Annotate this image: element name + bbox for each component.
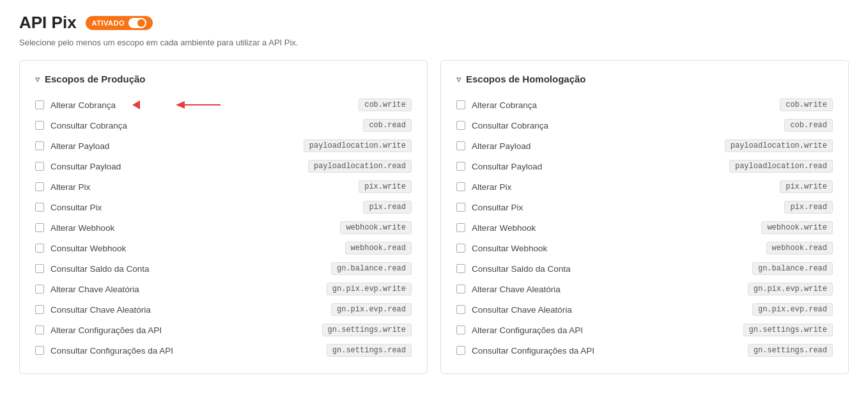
scope-left: Consultar Payload [35,162,308,171]
scope-tag: cob.read [784,119,833,132]
homologation-panel-title: Escopos de Homologação [466,74,586,84]
scope-tag: payloadlocation.read [308,160,412,173]
scope-label: Consultar Webhook [50,244,126,253]
scope-left: Alterar Chave Aleatória [456,285,748,294]
scope-checkbox[interactable] [35,162,44,171]
scope-tag: webhook.read [766,242,833,254]
scope-label: Consultar Cobrança [472,121,548,130]
scope-label: Alterar Pix [472,182,511,192]
scope-checkbox[interactable] [456,100,465,109]
scope-tag: gn.pix.evp.write [748,283,833,295]
production-panel-title: Escopos de Produção [45,74,146,84]
scope-tag: gn.settings.write [743,324,833,336]
scope-checkbox[interactable] [456,305,465,314]
scope-label: Consultar Cobrança [50,121,127,130]
scope-label: Consultar Chave Aleatória [472,305,572,315]
scope-left: Consultar Webhook [456,244,766,253]
scope-left: Alterar Payload [456,141,725,151]
scope-left: Alterar Webhook [456,223,761,233]
scope-label: Consultar Webhook [472,244,547,253]
panels-container: ▿ Escopos de Produção Alterar Cobrançaco… [19,60,849,374]
scope-checkbox[interactable] [35,223,44,232]
scope-tag: payloadlocation.write [725,139,833,152]
scope-left: Consultar Cobrança [456,121,784,130]
badge-label: ATIVADO [92,19,125,27]
scope-checkbox[interactable] [456,182,465,191]
scope-row: Consultar Webhookwebhook.read [456,238,833,258]
scope-checkbox[interactable] [35,325,44,334]
scope-label: Alterar Configurações da API [472,325,583,335]
scope-checkbox[interactable] [35,346,44,355]
scope-checkbox[interactable] [456,121,465,130]
scope-label: Consultar Pix [472,203,523,212]
scope-checkbox[interactable] [456,223,465,232]
scope-left: Consultar Webhook [35,244,345,253]
scope-left: Consultar Configurações da API [35,346,327,356]
scope-row: Consultar Payloadpayloadlocation.read [456,156,833,176]
scope-row: Consultar Saldo da Contagn.balance.read [35,258,412,279]
scope-tag: gn.pix.evp.write [327,283,412,295]
scope-left: Alterar Pix [35,182,359,192]
scope-label: Alterar Chave Aleatória [50,285,139,294]
scope-label: Alterar Pix [50,182,90,192]
scope-tag: gn.settings.read [748,344,833,357]
scope-row: Alterar Configurações da APIgn.settings.… [35,320,412,340]
scope-row: Consultar Payloadpayloadlocation.read [35,156,412,176]
scope-checkbox[interactable] [456,346,465,355]
scope-left: Consultar Cobrança [35,121,363,130]
scope-tag: gn.settings.read [327,344,412,357]
page-title: API Pix [19,13,77,33]
scope-tag: gn.pix.evp.read [331,303,412,316]
scope-row: Alterar Webhookwebhook.write [35,217,412,238]
scope-label: Alterar Cobrança [472,100,537,110]
scope-row: Consultar Saldo da Contagn.balance.read [456,258,833,279]
toggle-switch[interactable] [128,18,146,28]
scope-checkbox[interactable] [35,141,44,150]
scope-checkbox[interactable] [35,203,44,212]
scope-row: Alterar Webhookwebhook.write [456,217,833,238]
scope-checkbox[interactable] [456,264,465,273]
scope-checkbox[interactable] [456,162,465,171]
scope-left: Alterar Pix [456,182,780,192]
scope-checkbox[interactable] [35,305,44,314]
scope-row: Consultar Cobrançacob.read [35,115,412,136]
scope-checkbox[interactable] [35,285,44,294]
scope-row: Consultar Pixpix.read [456,197,833,217]
scope-left: Alterar Payload [35,141,304,151]
scope-label: Alterar Payload [472,141,531,151]
scope-row: Alterar Configurações da APIgn.settings.… [456,320,833,340]
scope-checkbox[interactable] [35,244,44,253]
scope-checkbox[interactable] [35,100,44,109]
homologation-panel-header: ▿ Escopos de Homologação [456,74,833,84]
scope-label: Consultar Payload [472,162,542,171]
scope-tag: cob.write [359,98,412,111]
scope-label: Alterar Cobrança [50,100,116,110]
scope-left: Consultar Saldo da Conta [456,264,752,274]
scope-checkbox[interactable] [456,325,465,334]
scope-checkbox[interactable] [456,141,465,150]
scope-tag: webhook.read [345,242,412,254]
filter-icon: ▿ [35,74,40,84]
scope-label: Alterar Payload [50,141,109,151]
scope-left: Consultar Configurações da API [456,346,748,356]
scope-checkbox[interactable] [35,121,44,130]
scope-checkbox[interactable] [456,203,465,212]
scope-left: Consultar Chave Aleatória [35,305,331,315]
scope-label: Alterar Configurações da API [50,325,162,335]
scope-left: Alterar Chave Aleatória [35,285,327,294]
scope-label: Consultar Saldo da Conta [50,264,150,274]
scope-checkbox[interactable] [456,244,465,253]
scope-checkbox[interactable] [35,264,44,273]
scope-row: Consultar Webhookwebhook.read [35,238,412,258]
scope-tag: pix.read [784,201,833,214]
scope-checkbox[interactable] [35,182,44,191]
scope-checkbox[interactable] [456,285,465,294]
scope-row: Consultar Pixpix.read [35,197,412,217]
scope-tag: cob.write [780,98,833,111]
scope-tag: gn.balance.read [331,262,412,275]
production-panel: ▿ Escopos de Produção Alterar Cobrançaco… [19,60,428,374]
scope-row: Alterar Cobrançacob.write [456,95,833,115]
scope-label: Consultar Configurações da API [472,346,594,356]
scope-row: Alterar Chave Aleatóriagn.pix.evp.write [35,279,412,299]
scope-row: Alterar Cobrançacob.write [35,95,412,115]
